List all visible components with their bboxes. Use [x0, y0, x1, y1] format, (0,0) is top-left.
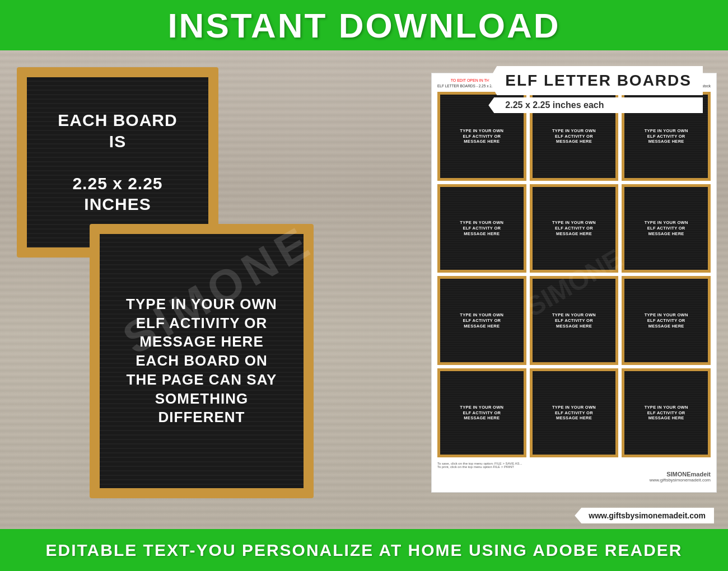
preview-board-2-text: TYPE IN YOUR OWNELF ACTIVITY ORMESSAGE H…	[552, 128, 596, 144]
preview-board-6-text: TYPE IN YOUR OWNELF ACTIVITY ORMESSAGE H…	[645, 220, 688, 236]
preview-board-7: TYPE IN YOUR OWNELF ACTIVITY ORMESSAGE H…	[437, 276, 526, 365]
preview-board-5-text: TYPE IN YOUR OWNELF ACTIVITY ORMESSAGE H…	[552, 220, 596, 236]
preview-footer: To save, click on the top menu option: F…	[436, 462, 712, 483]
preview-board-10-text: TYPE IN YOUR OWNELF ACTIVITY ORMESSAGE H…	[460, 405, 503, 421]
top-banner: INSTANT DOWNLOAD	[0, 0, 728, 50]
title-banner: ELF LETTER BOARDS 2.25 x 2.25 inches eac…	[488, 66, 703, 113]
bottom-banner: EDITABLE TEXT-YOU PERSONALIZE AT HOME US…	[0, 529, 728, 571]
bottom-banner-text: EDITABLE TEXT-YOU PERSONALIZE AT HOME US…	[45, 541, 682, 560]
main-area: SIMONE ELF LETTER BOARDS 2.25 x 2.25 inc…	[0, 50, 728, 529]
preview-footer-print: To print, click on the top menu option F…	[437, 465, 711, 469]
website-url: www.giftsbysimonemadeit.com	[575, 508, 714, 523]
preview-board-8: TYPE IN YOUR OWNELF ACTIVITY ORMESSAGE H…	[530, 276, 619, 365]
preview-board-12: TYPE IN YOUR OWNELF ACTIVITY ORMESSAGE H…	[622, 368, 711, 457]
preview-sheet: TO EDIT OPEN IN THE FREE "ADOBE ACROBAT …	[431, 73, 717, 493]
title-banner-sub: 2.25 x 2.25 inches each	[488, 97, 703, 113]
simone-brand: SIMONEmadeit www.giftsbysimonemadeit.com	[650, 471, 711, 483]
large-board-1-text: EACH BOARDIS2.25 x 2.25INCHES	[58, 110, 177, 215]
preview-board-12-text: TYPE IN YOUR OWNELF ACTIVITY ORMESSAGE H…	[645, 405, 688, 421]
top-banner-text: INSTANT DOWNLOAD	[167, 6, 560, 45]
website-url-text: www.giftsbysimonemadeit.com	[589, 511, 706, 520]
preview-board-9: TYPE IN YOUR OWNELF ACTIVITY ORMESSAGE H…	[622, 276, 711, 365]
preview-grid: TYPE IN YOUR OWNELF ACTIVITY ORMESSAGE H…	[436, 91, 712, 458]
brand-name: SIMONEmadeit	[650, 471, 711, 478]
preview-board-11-text: TYPE IN YOUR OWNELF ACTIVITY ORMESSAGE H…	[552, 405, 596, 421]
preview-board-11: TYPE IN YOUR OWNELF ACTIVITY ORMESSAGE H…	[530, 368, 619, 457]
preview-board-4-text: TYPE IN YOUR OWNELF ACTIVITY ORMESSAGE H…	[460, 220, 503, 236]
title-banner-main: ELF LETTER BOARDS	[488, 66, 703, 95]
preview-board-6: TYPE IN YOUR OWNELF ACTIVITY ORMESSAGE H…	[622, 184, 711, 273]
preview-board-7-text: TYPE IN YOUR OWNELF ACTIVITY ORMESSAGE H…	[460, 312, 503, 329]
preview-footer-row: SIMONEmadeit www.giftsbysimonemadeit.com	[437, 471, 711, 483]
preview-board-3-text: TYPE IN YOUR OWNELF ACTIVITY ORMESSAGE H…	[645, 128, 688, 144]
preview-board-9-text: TYPE IN YOUR OWNELF ACTIVITY ORMESSAGE H…	[645, 312, 688, 329]
preview-board-8-text: TYPE IN YOUR OWNELF ACTIVITY ORMESSAGE H…	[552, 312, 596, 329]
preview-board-10: TYPE IN YOUR OWNELF ACTIVITY ORMESSAGE H…	[437, 368, 526, 457]
preview-board-4: TYPE IN YOUR OWNELF ACTIVITY ORMESSAGE H…	[437, 184, 526, 273]
brand-url: www.giftsbysimonemadeit.com	[650, 478, 711, 483]
preview-board-1-text: TYPE IN YOUR OWNELF ACTIVITY ORMESSAGE H…	[460, 128, 503, 144]
preview-board-5: TYPE IN YOUR OWNELF ACTIVITY ORMESSAGE H…	[530, 184, 619, 273]
